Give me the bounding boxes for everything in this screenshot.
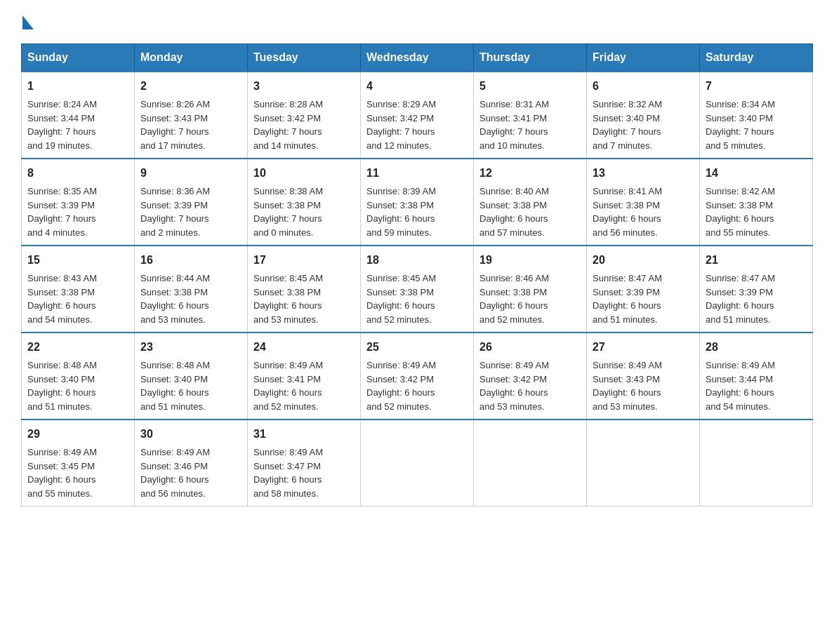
calendar-cell: 4Sunrise: 8:29 AMSunset: 3:42 PMDaylight… <box>361 72 474 159</box>
day-info: Sunrise: 8:44 AMSunset: 3:38 PMDaylight:… <box>140 271 241 326</box>
day-number: 14 <box>706 165 807 182</box>
day-number: 28 <box>706 339 807 356</box>
calendar-body: 1Sunrise: 8:24 AMSunset: 3:44 PMDaylight… <box>22 72 813 507</box>
day-info: Sunrise: 8:49 AMSunset: 3:45 PMDaylight:… <box>27 445 128 500</box>
col-thursday: Thursday <box>474 44 587 72</box>
calendar-cell: 18Sunrise: 8:45 AMSunset: 3:38 PMDayligh… <box>361 246 474 333</box>
week-row-3: 15Sunrise: 8:43 AMSunset: 3:38 PMDayligh… <box>22 246 813 333</box>
col-friday: Friday <box>587 44 700 72</box>
calendar-cell: 7Sunrise: 8:34 AMSunset: 3:40 PMDaylight… <box>700 72 813 159</box>
logo-word <box>21 14 34 29</box>
header-row: Sunday Monday Tuesday Wednesday Thursday… <box>22 44 813 72</box>
day-info: Sunrise: 8:49 AMSunset: 3:46 PMDaylight:… <box>140 445 241 500</box>
day-number: 9 <box>140 165 241 182</box>
calendar-cell: 25Sunrise: 8:49 AMSunset: 3:42 PMDayligh… <box>361 333 474 420</box>
calendar-cell <box>700 420 813 507</box>
day-number: 4 <box>366 78 468 95</box>
day-info: Sunrise: 8:48 AMSunset: 3:40 PMDaylight:… <box>140 358 241 413</box>
calendar-cell: 31Sunrise: 8:49 AMSunset: 3:47 PMDayligh… <box>248 420 361 507</box>
col-tuesday: Tuesday <box>248 44 361 72</box>
calendar-cell: 6Sunrise: 8:32 AMSunset: 3:40 PMDaylight… <box>587 72 700 159</box>
calendar-cell: 30Sunrise: 8:49 AMSunset: 3:46 PMDayligh… <box>135 420 248 507</box>
calendar-cell: 19Sunrise: 8:46 AMSunset: 3:38 PMDayligh… <box>474 246 587 333</box>
calendar-cell: 15Sunrise: 8:43 AMSunset: 3:38 PMDayligh… <box>22 246 135 333</box>
day-info: Sunrise: 8:47 AMSunset: 3:39 PMDaylight:… <box>706 271 807 326</box>
day-number: 23 <box>140 339 241 356</box>
week-row-4: 22Sunrise: 8:48 AMSunset: 3:40 PMDayligh… <box>22 333 813 420</box>
day-number: 17 <box>253 252 355 269</box>
calendar-cell: 8Sunrise: 8:35 AMSunset: 3:39 PMDaylight… <box>22 159 135 246</box>
day-info: Sunrise: 8:49 AMSunset: 3:43 PMDaylight:… <box>593 358 694 413</box>
day-info: Sunrise: 8:36 AMSunset: 3:39 PMDaylight:… <box>140 185 241 239</box>
day-info: Sunrise: 8:49 AMSunset: 3:42 PMDaylight:… <box>366 358 468 413</box>
day-info: Sunrise: 8:26 AMSunset: 3:43 PMDaylight:… <box>140 98 241 152</box>
day-info: Sunrise: 8:31 AMSunset: 3:41 PMDaylight:… <box>479 98 581 152</box>
day-number: 20 <box>593 252 694 269</box>
day-number: 2 <box>140 78 241 95</box>
day-number: 13 <box>593 165 694 182</box>
day-info: Sunrise: 8:28 AMSunset: 3:42 PMDaylight:… <box>253 98 355 152</box>
day-info: Sunrise: 8:48 AMSunset: 3:40 PMDaylight:… <box>27 358 128 413</box>
day-info: Sunrise: 8:24 AMSunset: 3:44 PMDaylight:… <box>27 98 128 152</box>
day-number: 16 <box>140 252 241 269</box>
day-number: 18 <box>366 252 468 269</box>
col-sunday: Sunday <box>22 44 135 72</box>
day-info: Sunrise: 8:49 AMSunset: 3:44 PMDaylight:… <box>706 358 807 413</box>
day-info: Sunrise: 8:29 AMSunset: 3:42 PMDaylight:… <box>366 98 468 152</box>
calendar-cell <box>361 420 474 507</box>
week-row-5: 29Sunrise: 8:49 AMSunset: 3:45 PMDayligh… <box>22 420 813 507</box>
calendar-cell: 12Sunrise: 8:40 AMSunset: 3:38 PMDayligh… <box>474 159 587 246</box>
day-number: 15 <box>27 252 128 269</box>
day-info: Sunrise: 8:49 AMSunset: 3:42 PMDaylight:… <box>479 358 581 413</box>
calendar-cell: 24Sunrise: 8:49 AMSunset: 3:41 PMDayligh… <box>248 333 361 420</box>
calendar-table: Sunday Monday Tuesday Wednesday Thursday… <box>21 43 813 507</box>
week-row-1: 1Sunrise: 8:24 AMSunset: 3:44 PMDaylight… <box>22 72 813 159</box>
col-monday: Monday <box>135 44 248 72</box>
day-info: Sunrise: 8:35 AMSunset: 3:39 PMDaylight:… <box>27 185 128 239</box>
calendar-header: Sunday Monday Tuesday Wednesday Thursday… <box>22 44 813 72</box>
calendar-cell: 23Sunrise: 8:48 AMSunset: 3:40 PMDayligh… <box>135 333 248 420</box>
logo <box>21 14 34 29</box>
day-number: 30 <box>140 426 241 443</box>
week-row-2: 8Sunrise: 8:35 AMSunset: 3:39 PMDaylight… <box>22 159 813 246</box>
day-number: 5 <box>479 78 581 95</box>
day-number: 6 <box>593 78 694 95</box>
day-number: 11 <box>366 165 468 182</box>
day-info: Sunrise: 8:42 AMSunset: 3:38 PMDaylight:… <box>706 185 807 239</box>
day-info: Sunrise: 8:46 AMSunset: 3:38 PMDaylight:… <box>479 271 581 326</box>
day-info: Sunrise: 8:41 AMSunset: 3:38 PMDaylight:… <box>593 185 694 239</box>
calendar-cell: 16Sunrise: 8:44 AMSunset: 3:38 PMDayligh… <box>135 246 248 333</box>
day-info: Sunrise: 8:49 AMSunset: 3:41 PMDaylight:… <box>253 358 355 413</box>
calendar-cell: 28Sunrise: 8:49 AMSunset: 3:44 PMDayligh… <box>700 333 813 420</box>
calendar-cell: 5Sunrise: 8:31 AMSunset: 3:41 PMDaylight… <box>474 72 587 159</box>
calendar-cell: 20Sunrise: 8:47 AMSunset: 3:39 PMDayligh… <box>587 246 700 333</box>
col-wednesday: Wednesday <box>361 44 474 72</box>
day-number: 22 <box>27 339 128 356</box>
day-info: Sunrise: 8:32 AMSunset: 3:40 PMDaylight:… <box>593 98 694 152</box>
calendar-cell <box>587 420 700 507</box>
calendar-cell: 17Sunrise: 8:45 AMSunset: 3:38 PMDayligh… <box>248 246 361 333</box>
calendar-cell: 2Sunrise: 8:26 AMSunset: 3:43 PMDaylight… <box>135 72 248 159</box>
day-info: Sunrise: 8:43 AMSunset: 3:38 PMDaylight:… <box>27 271 128 326</box>
day-number: 10 <box>253 165 355 182</box>
calendar-cell: 29Sunrise: 8:49 AMSunset: 3:45 PMDayligh… <box>22 420 135 507</box>
day-number: 29 <box>27 426 128 443</box>
day-info: Sunrise: 8:38 AMSunset: 3:38 PMDaylight:… <box>253 185 355 239</box>
day-info: Sunrise: 8:34 AMSunset: 3:40 PMDaylight:… <box>706 98 807 152</box>
day-number: 8 <box>27 165 128 182</box>
day-info: Sunrise: 8:39 AMSunset: 3:38 PMDaylight:… <box>366 185 468 239</box>
day-number: 1 <box>27 78 128 95</box>
calendar-cell: 3Sunrise: 8:28 AMSunset: 3:42 PMDaylight… <box>248 72 361 159</box>
calendar-cell: 9Sunrise: 8:36 AMSunset: 3:39 PMDaylight… <box>135 159 248 246</box>
day-info: Sunrise: 8:45 AMSunset: 3:38 PMDaylight:… <box>253 271 355 326</box>
calendar-cell: 27Sunrise: 8:49 AMSunset: 3:43 PMDayligh… <box>587 333 700 420</box>
day-info: Sunrise: 8:40 AMSunset: 3:38 PMDaylight:… <box>479 185 581 239</box>
day-info: Sunrise: 8:49 AMSunset: 3:47 PMDaylight:… <box>253 445 355 500</box>
col-saturday: Saturday <box>700 44 813 72</box>
day-number: 25 <box>366 339 468 356</box>
calendar-cell: 26Sunrise: 8:49 AMSunset: 3:42 PMDayligh… <box>474 333 587 420</box>
day-number: 26 <box>479 339 581 356</box>
day-info: Sunrise: 8:45 AMSunset: 3:38 PMDaylight:… <box>366 271 468 326</box>
day-number: 24 <box>253 339 355 356</box>
page-header <box>21 14 813 29</box>
